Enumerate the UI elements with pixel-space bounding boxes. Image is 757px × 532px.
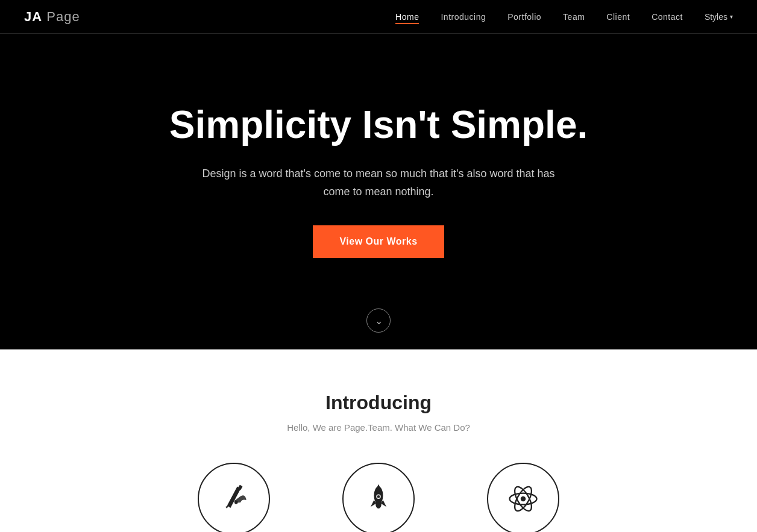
rocket-icon (360, 481, 397, 517)
nav-link-styles: Styles (705, 12, 727, 22)
nav-item-portfolio[interactable]: Portfolio (507, 11, 541, 22)
nav-links: Home Introducing Portfolio Team Client C… (395, 11, 733, 22)
svg-point-6 (375, 501, 381, 509)
ios-dev-icon-circle (487, 463, 559, 532)
nav-item-home[interactable]: Home (395, 11, 419, 22)
view-works-button[interactable]: View Our Works (313, 225, 444, 258)
service-item-corporate-design: Corporate Design (330, 463, 427, 532)
nav-link-portfolio[interactable]: Portfolio (507, 12, 541, 22)
nav-item-team[interactable]: Team (563, 11, 585, 22)
nav-link-introducing[interactable]: Introducing (441, 12, 486, 22)
nav-link-team[interactable]: Team (563, 12, 585, 22)
corporate-design-icon-circle (342, 463, 415, 532)
introducing-subtitle: Hello, We are Page.Team. What We Can Do? (24, 422, 733, 433)
logo-bold: JA (24, 9, 42, 24)
service-item-ios-dev: iOS Development (475, 463, 571, 532)
nav-item-styles[interactable]: Styles ▾ (705, 12, 733, 22)
nav-link-client[interactable]: Client (606, 12, 630, 22)
introducing-section: Introducing Hello, We are Page.Team. Wha… (0, 349, 757, 532)
hero-section: Simplicity Isn't Simple. Design is a wor… (0, 0, 757, 349)
navbar: JA Page Home Introducing Portfolio Team … (0, 0, 757, 34)
nav-item-contact[interactable]: Contact (652, 11, 683, 22)
services-grid: Web & UI Design (24, 463, 733, 532)
chevron-down-icon: ⌄ (375, 315, 383, 327)
nav-item-introducing[interactable]: Introducing (441, 11, 486, 22)
introducing-title: Introducing (24, 392, 733, 414)
svg-point-1 (234, 501, 238, 504)
pencil-wrench-icon (216, 481, 252, 517)
svg-point-8 (377, 495, 380, 498)
service-item-web-design: Web & UI Design (186, 463, 282, 532)
logo-light: Page (42, 9, 80, 24)
nav-link-home[interactable]: Home (395, 12, 419, 24)
hero-heading: Simplicity Isn't Simple. (169, 104, 588, 146)
nav-link-contact[interactable]: Contact (652, 12, 683, 22)
nav-item-client[interactable]: Client (606, 11, 630, 22)
svg-marker-3 (374, 484, 383, 493)
web-design-icon-circle (198, 463, 270, 532)
atom-icon (505, 481, 541, 517)
svg-point-12 (521, 496, 526, 501)
chevron-down-icon: ▾ (730, 13, 733, 20)
hero-subtext: Design is a word that's come to mean so … (192, 164, 565, 201)
brand-logo[interactable]: JA Page (24, 9, 80, 25)
scroll-down-button[interactable]: ⌄ (366, 308, 391, 333)
